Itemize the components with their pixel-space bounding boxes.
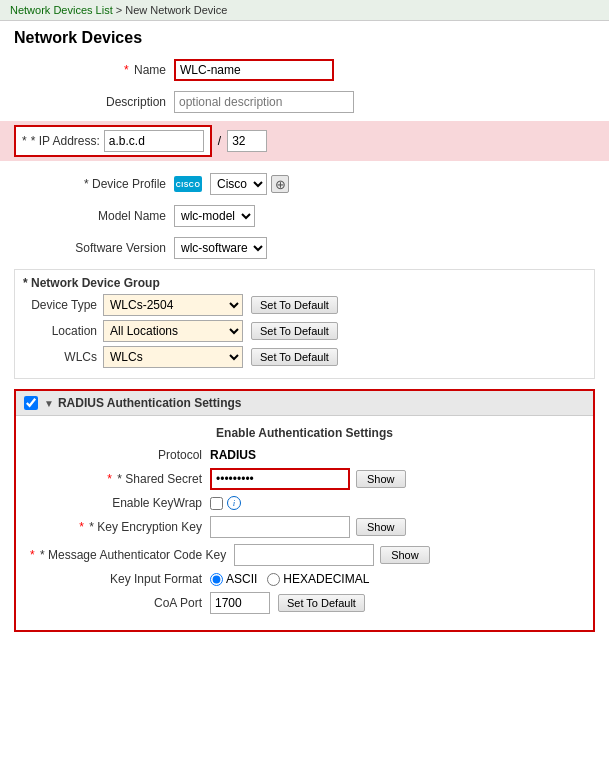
shared-secret-required-star: *	[107, 472, 115, 486]
software-version-row: Software Version wlc-software	[14, 235, 595, 261]
wlcs-label: WLCs	[23, 350, 103, 364]
info-icon: i	[227, 496, 241, 510]
ascii-label: ASCII	[226, 572, 257, 586]
model-name-row: Model Name wlc-model	[14, 203, 595, 229]
ip-required-star: *	[22, 134, 27, 148]
key-input-format-label: Key Input Format	[30, 572, 210, 586]
wlcs-select[interactable]: WLCs	[103, 346, 243, 368]
msg-auth-required-star: *	[30, 548, 38, 562]
device-profile-add-button[interactable]: ⊕	[271, 175, 289, 193]
description-label: Description	[14, 95, 174, 109]
protocol-row: Protocol RADIUS	[30, 448, 579, 462]
software-version-label: Software Version	[14, 241, 174, 255]
coa-port-label: CoA Port	[30, 596, 210, 610]
device-type-set-default-button[interactable]: Set To Default	[251, 296, 338, 314]
shared-secret-input[interactable]	[210, 468, 350, 490]
ascii-radio-label[interactable]: ASCII	[210, 572, 257, 586]
keywrap-row: Enable KeyWrap i	[30, 496, 579, 510]
wlcs-set-default-button[interactable]: Set To Default	[251, 348, 338, 366]
coa-port-input[interactable]	[210, 592, 270, 614]
key-enc-required-star: *	[79, 520, 87, 534]
description-row: Description	[14, 89, 595, 115]
name-input[interactable]	[174, 59, 334, 81]
cisco-logo-text: CISCO	[176, 181, 201, 188]
name-label: * Name	[14, 63, 174, 77]
radius-enable-checkbox[interactable]	[24, 396, 38, 410]
description-input[interactable]	[174, 91, 354, 113]
coa-set-default-button[interactable]: Set To Default	[278, 594, 365, 612]
ip-label: * IP Address:	[31, 134, 100, 148]
protocol-value: RADIUS	[210, 448, 256, 462]
hexadecimal-radio-label[interactable]: HEXADECIMAL	[267, 572, 369, 586]
radius-body: Enable Authentication Settings Protocol …	[16, 416, 593, 630]
key-encryption-label: * * Key Encryption Key	[30, 520, 210, 534]
ip-input[interactable]	[104, 130, 204, 152]
coa-port-row: CoA Port Set To Default	[30, 592, 579, 614]
radius-chevron-icon: ▼	[44, 398, 54, 409]
cisco-icon: CISCO	[174, 176, 202, 192]
shared-secret-label: * * Shared Secret	[30, 472, 210, 486]
breadcrumb-separator: >	[113, 4, 126, 16]
software-version-select[interactable]: wlc-software	[174, 237, 267, 259]
cisco-logo: CISCO	[174, 176, 202, 192]
ip-row: * * IP Address: /	[0, 121, 609, 161]
key-encryption-show-button[interactable]: Show	[356, 518, 406, 536]
msg-auth-label: * * Message Authenticator Code Key	[30, 548, 234, 562]
device-profile-label: * Device Profile	[14, 177, 174, 191]
device-profile-select[interactable]: Cisco	[210, 173, 267, 195]
key-encryption-row: * * Key Encryption Key Show	[30, 516, 579, 538]
ascii-radio[interactable]	[210, 573, 223, 586]
device-type-row: Device Type WLCs-2504 Set To Default	[23, 294, 586, 316]
location-set-default-button[interactable]: Set To Default	[251, 322, 338, 340]
ip-box: * * IP Address:	[14, 125, 212, 157]
device-type-label: Device Type	[23, 298, 103, 312]
ndg-label: * Network Device Group	[23, 276, 586, 290]
hexadecimal-radio[interactable]	[267, 573, 280, 586]
ndg-section: * Network Device Group Device Type WLCs-…	[14, 269, 595, 379]
shared-secret-show-button[interactable]: Show	[356, 470, 406, 488]
breadcrumb-link[interactable]: Network Devices List	[10, 4, 113, 16]
msg-auth-input[interactable]	[234, 544, 374, 566]
location-select[interactable]: All Locations	[103, 320, 243, 342]
wlcs-row: WLCs WLCs Set To Default	[23, 346, 586, 368]
keywrap-label: Enable KeyWrap	[30, 496, 210, 510]
key-input-format-row: Key Input Format ASCII HEXADECIMAL	[30, 572, 579, 586]
name-row: * Name	[14, 57, 595, 83]
breadcrumb-current: New Network Device	[125, 4, 227, 16]
msg-auth-row: * * Message Authenticator Code Key Show	[30, 544, 579, 566]
location-label: Location	[23, 324, 103, 338]
hexadecimal-label: HEXADECIMAL	[283, 572, 369, 586]
protocol-label: Protocol	[30, 448, 210, 462]
msg-auth-show-button[interactable]: Show	[380, 546, 430, 564]
radius-header: ▼ RADIUS Authentication Settings	[16, 391, 593, 416]
keywrap-checkbox[interactable]	[210, 497, 223, 510]
radius-title: RADIUS Authentication Settings	[58, 396, 242, 410]
page-title: Network Devices	[0, 21, 609, 53]
device-profile-row: * Device Profile CISCO Cisco ⊕	[14, 171, 595, 197]
radius-enable-title: Enable Authentication Settings	[30, 426, 579, 440]
form-area: * Name Description * * IP Address: / * D…	[0, 53, 609, 648]
model-name-select[interactable]: wlc-model	[174, 205, 255, 227]
cidr-slash: /	[218, 134, 221, 148]
device-type-select[interactable]: WLCs-2504	[103, 294, 243, 316]
key-encryption-input[interactable]	[210, 516, 350, 538]
name-required-star: *	[124, 63, 129, 77]
location-row: Location All Locations Set To Default	[23, 320, 586, 342]
breadcrumb: Network Devices List > New Network Devic…	[0, 0, 609, 21]
radius-section: ▼ RADIUS Authentication Settings Enable …	[14, 389, 595, 632]
model-name-label: Model Name	[14, 209, 174, 223]
shared-secret-row: * * Shared Secret Show	[30, 468, 579, 490]
cidr-input[interactable]	[227, 130, 267, 152]
